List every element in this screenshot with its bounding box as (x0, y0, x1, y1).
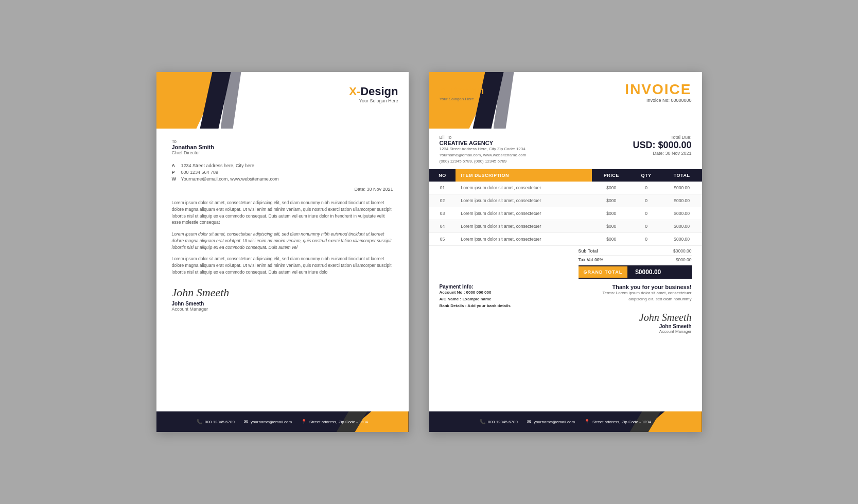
cell-desc: Lorem ipsum dolor sit amet, consectetuer (456, 220, 592, 233)
grand-total-label: GRAND TOTAL (579, 266, 628, 278)
table-row: 05 Lorem ipsum dolor sit amet, consectet… (429, 233, 702, 246)
tax-value: $000.00 (676, 257, 692, 262)
addr-key-p: P (172, 170, 177, 175)
inv-footer-phone: 📞 000 12345 6789 (480, 419, 518, 424)
account-no-value: : 0000 000 000 (464, 290, 492, 295)
ac-name-label: A/C Name (440, 297, 459, 301)
ac-name-value: : Example name (460, 297, 492, 301)
addr-value-p: 000 1234 564 789 (181, 170, 219, 175)
cell-total: $000.00 (662, 220, 702, 233)
cell-no: 02 (429, 194, 456, 207)
signature-script: John Smeeth (172, 286, 393, 299)
account-no-row: Account No : 0000 000 000 (440, 290, 511, 296)
table-row: 03 Lorem ipsum dolor sit amet, consectet… (429, 207, 702, 220)
footer-phone-value: 000 12345 6789 (205, 420, 235, 424)
brand-name: X-Design (349, 85, 398, 98)
letter-date: Date: 30 Nov 2021 (172, 187, 393, 192)
bill-to-section: Bill To CREATIVE AGENCY 1234 Street Addr… (440, 135, 527, 165)
payment-title: Payment Info: (440, 284, 511, 290)
inv-footer-email-value: yourname@email.com (534, 420, 575, 424)
cell-total: $000.00 (662, 182, 702, 194)
inv-date-label: Date: (653, 151, 664, 156)
total-due-label: Total Due: (633, 135, 691, 140)
table-row: 02 Lorem ipsum dolor sit amet, consectet… (429, 194, 702, 207)
footer-address: 📍 Street address, Zip Code - 1234 (301, 419, 368, 424)
letterhead-footer: 📞 000 12345 6789 ✉ yourname@email.com 📍 … (156, 411, 409, 432)
inv-no-value: 00000000 (671, 98, 691, 103)
brand-suffix: Design (360, 85, 398, 98)
sig-name: John Smeeth (172, 301, 393, 307)
cell-price: $000 (592, 233, 631, 246)
invoice-bottom-section: Payment Info: Account No : 0000 000 000 … (429, 281, 702, 312)
bank-detail-value: : Add your bank details (465, 303, 511, 308)
invoice-meta: Bill To CREATIVE AGENCY 1234 Street Addr… (429, 129, 702, 169)
inv-footer-address-value: Street address, Zip Code - 1234 (592, 420, 651, 424)
cell-qty: 0 (631, 233, 661, 246)
inv-phone-icon: 📞 (480, 419, 485, 424)
cell-total: $000.00 (662, 207, 702, 220)
inv-brand-prefix: X- (440, 85, 450, 96)
cell-qty: 0 (631, 220, 661, 233)
location-icon: 📍 (301, 419, 307, 424)
email-icon: ✉ (244, 419, 248, 424)
inv-sig-name: John Smeeth (639, 323, 692, 329)
grand-total-box: GRAND TOTAL $0000.00 (579, 265, 692, 279)
recipient-name: Jonathan Smith (172, 144, 393, 150)
inv-footer-info: 📞 000 12345 6789 ✉ yourname@email.com 📍 … (472, 419, 659, 424)
letterhead-card: X-Design Your Sologan Here To Jonathan S… (156, 72, 409, 432)
footer-phone: 📞 000 12345 6789 (197, 419, 235, 424)
cell-desc: Lorem ipsum dolor sit amet, consectetuer (456, 233, 592, 246)
bill-address: 1234 Street Address Here, City Zip Code:… (440, 146, 527, 152)
cell-total: $000.00 (662, 233, 702, 246)
inv-location-icon: 📍 (584, 419, 590, 424)
total-due-section: Total Due: USD: $000.00 Date: 30 Nov 202… (633, 135, 691, 165)
brand-prefix: X- (349, 85, 360, 98)
thank-detail-2: adipiscing elit, sed diam nonummy (603, 296, 692, 302)
inv-email-icon: ✉ (527, 419, 531, 424)
thank-text: Thank you for your business! (603, 284, 692, 290)
tax-row: Tax Vat 00% $000.00 (579, 256, 692, 264)
inv-date-value: 30 Nov 2021 (665, 151, 691, 156)
bill-to-label: Bill To (440, 135, 527, 140)
table-header-row: NO ITEM DESCRIPTION PRICE QTY TOTAL (429, 169, 702, 182)
footer-email-value: yourname@email.com (251, 420, 292, 424)
cell-total: $000.00 (662, 194, 702, 207)
canvas: X-Design Your Sologan Here To Jonathan S… (115, 41, 743, 463)
cell-desc: Lorem ipsum dolor sit amet, consectetuer (456, 182, 592, 194)
letterhead-body: To Jonathan Smith Chief Director A 1234 … (156, 129, 409, 411)
cell-qty: 0 (631, 182, 661, 194)
address-line-p: P 000 1234 564 789 (172, 170, 393, 175)
letterhead-top-decoration: X-Design Your Sologan Here (156, 72, 409, 129)
phone-icon: 📞 (197, 419, 202, 424)
cell-price: $000 (592, 182, 631, 194)
tax-label: Tax Vat 00% (579, 257, 604, 262)
inv-footer-address: 📍 Street address, Zip Code - 1234 (584, 419, 651, 424)
cell-price: $000 (592, 220, 631, 233)
bill-company-name: CREATIVE AGENCY (440, 140, 527, 146)
th-price: PRICE (592, 169, 631, 182)
bank-detail-row: Bank Details : Add your bank details (440, 303, 511, 310)
total-date: Date: 30 Nov 2021 (633, 151, 691, 156)
addr-value-a: 1234 Street address here, City here (181, 163, 255, 168)
th-total: TOTAL (662, 169, 702, 182)
addr-value-w: Yourname@email.com, www.websitename.com (181, 176, 279, 182)
cell-qty: 0 (631, 194, 661, 207)
footer-email: ✉ yourname@email.com (244, 419, 292, 424)
invoice-title-block: INVOICE Invoice No: 00000000 (625, 81, 691, 103)
signature-area: John Smeeth John Smeeth Account Manager (172, 286, 393, 312)
inv-sig-right: John Smeeth John Smeeth Account Manager (639, 312, 692, 334)
total-due-amount: USD: $000.00 (633, 140, 691, 151)
inv-footer-phone-value: 000 12345 6789 (488, 420, 518, 424)
para2: Lorem ipsum dolor sit amet, consectetuer… (172, 231, 393, 250)
cell-no: 01 (429, 182, 456, 194)
invoice-footer: 📞 000 12345 6789 ✉ yourname@email.com 📍 … (429, 411, 702, 432)
inv-brand-slogan: Your Sologan Here (440, 97, 484, 101)
cell-desc: Lorem ipsum dolor sit amet, consectetuer (456, 207, 592, 220)
thank-you-section: Thank you for your business! Terms: Lore… (603, 284, 692, 302)
cell-price: $000 (592, 194, 631, 207)
sub-total-label: Sub Total (579, 248, 598, 254)
bill-email: Yourname@email.com, www.websitename.com (440, 152, 527, 158)
addr-key-w: W (172, 176, 177, 182)
cell-no: 03 (429, 207, 456, 220)
invoice-number: Invoice No: 00000000 (625, 98, 691, 103)
